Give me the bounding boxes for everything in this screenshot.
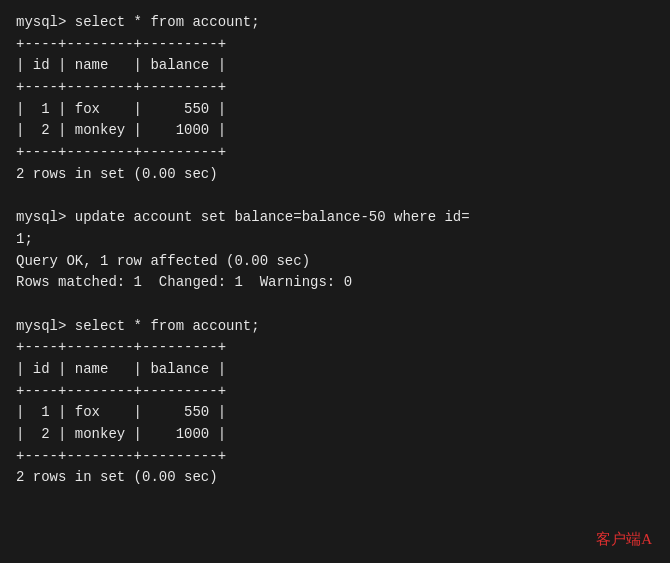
terminal-line: +----+--------+---------+ [16,77,654,99]
terminal-line: | 1 | fox | 550 | [16,99,654,121]
terminal-window: mysql> select * from account;+----+-----… [0,0,670,563]
terminal-line: +----+--------+---------+ [16,142,654,164]
terminal-line: +----+--------+---------+ [16,34,654,56]
terminal-line: 2 rows in set (0.00 sec) [16,164,654,186]
terminal-output: mysql> select * from account;+----+-----… [16,12,654,489]
terminal-line: mysql> select * from account; [16,316,654,338]
terminal-line: | 1 | fox | 550 | [16,402,654,424]
terminal-line: 2 rows in set (0.00 sec) [16,467,654,489]
terminal-line: +----+--------+---------+ [16,381,654,403]
terminal-line: +----+--------+---------+ [16,337,654,359]
terminal-line: | 2 | monkey | 1000 | [16,424,654,446]
terminal-line: mysql> update account set balance=balanc… [16,207,654,229]
terminal-line: Rows matched: 1 Changed: 1 Warnings: 0 [16,272,654,294]
watermark-label: 客户端A [596,530,652,549]
terminal-line [16,186,654,208]
terminal-line: 1; [16,229,654,251]
terminal-line: +----+--------+---------+ [16,446,654,468]
terminal-line [16,294,654,316]
terminal-line: | id | name | balance | [16,359,654,381]
terminal-line: | 2 | monkey | 1000 | [16,120,654,142]
terminal-line: | id | name | balance | [16,55,654,77]
terminal-line: Query OK, 1 row affected (0.00 sec) [16,251,654,273]
terminal-line: mysql> select * from account; [16,12,654,34]
